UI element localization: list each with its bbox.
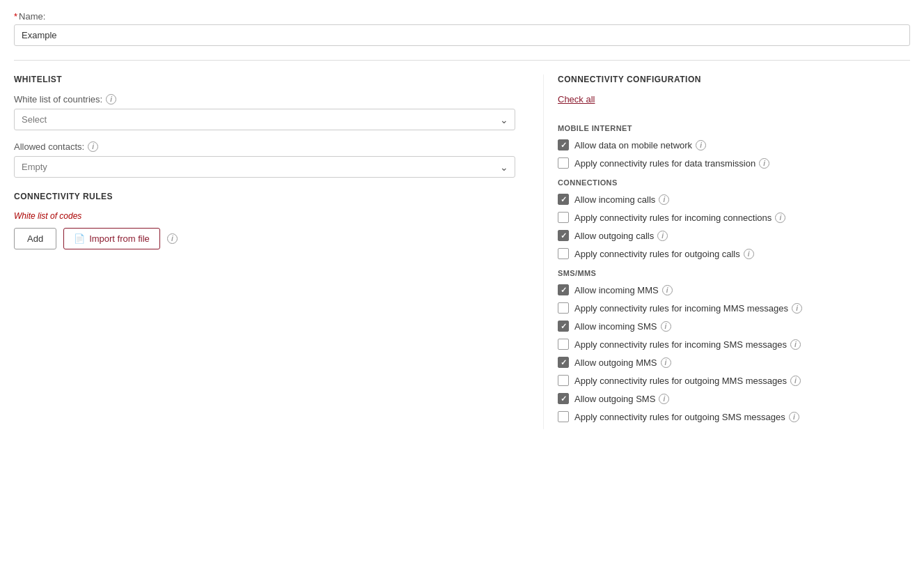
- checkbox-allow-outgoing-mms-input[interactable]: [558, 357, 569, 368]
- checkbox-allow-outgoing-calls: Allow outgoing calls i: [558, 230, 910, 241]
- left-column: WHITELIST White list of countries: i Sel…: [14, 75, 543, 429]
- apply-outgoing-sms-info-icon[interactable]: i: [789, 412, 799, 422]
- countries-info-icon[interactable]: i: [106, 94, 116, 105]
- checkbox-apply-incoming-mms-label[interactable]: Apply connectivity rules for incoming MM…: [574, 303, 802, 314]
- checkbox-allow-incoming-sms: Allow incoming SMS i: [558, 321, 910, 332]
- allow-outgoing-calls-info-icon[interactable]: i: [657, 231, 668, 241]
- checkbox-allow-incoming-calls-input[interactable]: [558, 194, 569, 205]
- connectivity-rules-title: CONNECTIVITY RULES: [14, 192, 515, 201]
- checkbox-apply-outgoing-mms-label[interactable]: Apply connectivity rules for outgoing MM…: [574, 376, 801, 386]
- checkbox-apply-outgoing-sms: Apply connectivity rules for outgoing SM…: [558, 411, 910, 422]
- contacts-select[interactable]: Empty: [14, 156, 515, 178]
- apply-data-rules-info-icon[interactable]: i: [759, 158, 769, 169]
- file-icon: 📄: [74, 233, 85, 244]
- connectivity-rules-section: CONNECTIVITY RULES White list of codes A…: [14, 192, 515, 249]
- checkbox-apply-data-rules-label[interactable]: Apply connectivity rules for data transm…: [574, 158, 769, 169]
- checkbox-allow-incoming-sms-input[interactable]: [558, 321, 569, 332]
- import-button[interactable]: 📄 Import from file: [63, 228, 160, 249]
- checkbox-apply-incoming-mms: Apply connectivity rules for incoming MM…: [558, 302, 910, 314]
- contacts-group: Allowed contacts: i Empty ⌄: [14, 141, 515, 178]
- whitelist-title: WHITELIST: [14, 75, 515, 84]
- checkbox-apply-incoming-connections-input[interactable]: [558, 212, 569, 223]
- connectivity-rules-info-icon[interactable]: i: [167, 233, 178, 244]
- checkbox-allow-data-mobile-input[interactable]: [558, 139, 569, 151]
- checkbox-apply-outgoing-mms-input[interactable]: [558, 375, 569, 386]
- name-input[interactable]: [14, 24, 910, 46]
- apply-incoming-sms-info-icon[interactable]: i: [790, 339, 801, 350]
- checkbox-apply-outgoing-sms-input[interactable]: [558, 411, 569, 422]
- checkbox-allow-incoming-mms-input[interactable]: [558, 284, 569, 295]
- checkbox-apply-outgoing-sms-label[interactable]: Apply connectivity rules for outgoing SM…: [574, 412, 799, 422]
- countries-group: White list of countries: i Select ⌄: [14, 94, 515, 130]
- checkbox-apply-incoming-sms-input[interactable]: [558, 339, 569, 350]
- connections-section: CONNECTIONS Allow incoming calls i Apply…: [558, 178, 910, 259]
- checkbox-allow-data-mobile-label[interactable]: Allow data on mobile network i: [574, 140, 706, 151]
- checkbox-apply-incoming-connections-label[interactable]: Apply connectivity rules for incoming co…: [574, 213, 785, 223]
- white-list-codes-label: White list of codes: [14, 211, 515, 221]
- checkbox-allow-outgoing-mms: Allow outgoing MMS i: [558, 357, 910, 368]
- name-label: *Name:: [14, 11, 910, 22]
- main-columns: WHITELIST White list of countries: i Sel…: [14, 75, 910, 429]
- contacts-info-icon[interactable]: i: [88, 141, 98, 152]
- checkbox-allow-incoming-mms-label[interactable]: Allow incoming MMS i: [574, 285, 673, 295]
- apply-outgoing-mms-info-icon[interactable]: i: [790, 376, 801, 386]
- checkbox-apply-incoming-sms: Apply connectivity rules for incoming SM…: [558, 339, 910, 350]
- button-row: Add 📄 Import from file i: [14, 228, 515, 249]
- countries-select[interactable]: Select: [14, 109, 515, 130]
- checkbox-apply-incoming-mms-input[interactable]: [558, 302, 569, 314]
- checkbox-apply-incoming-sms-label[interactable]: Apply connectivity rules for incoming SM…: [574, 339, 801, 350]
- checkbox-apply-outgoing-calls: Apply connectivity rules for outgoing ca…: [558, 248, 910, 259]
- checkbox-allow-incoming-calls-label[interactable]: Allow incoming calls i: [574, 194, 669, 205]
- right-column: CONNECTIVITY CONFIGURATION Check all MOB…: [543, 75, 910, 429]
- allow-incoming-sms-info-icon[interactable]: i: [661, 321, 671, 332]
- checkbox-apply-data-rules: Apply connectivity rules for data transm…: [558, 157, 910, 169]
- contacts-select-wrapper: Empty ⌄: [14, 156, 515, 178]
- checkbox-apply-data-rules-input[interactable]: [558, 157, 569, 169]
- allow-outgoing-mms-info-icon[interactable]: i: [661, 357, 671, 368]
- mobile-internet-title: MOBILE INTERNET: [558, 124, 910, 132]
- checkbox-apply-outgoing-calls-input[interactable]: [558, 248, 569, 259]
- sms-mms-section: SMS/MMS Allow incoming MMS i Apply conne…: [558, 269, 910, 422]
- checkbox-allow-incoming-mms: Allow incoming MMS i: [558, 284, 910, 295]
- checkbox-apply-outgoing-mms: Apply connectivity rules for outgoing MM…: [558, 375, 910, 386]
- checkbox-apply-outgoing-calls-label[interactable]: Apply connectivity rules for outgoing ca…: [574, 249, 754, 259]
- connectivity-config-title: CONNECTIVITY CONFIGURATION: [558, 75, 910, 84]
- checkbox-allow-outgoing-mms-label[interactable]: Allow outgoing MMS i: [574, 357, 671, 368]
- required-marker: *: [14, 11, 17, 22]
- mobile-internet-section: MOBILE INTERNET Allow data on mobile net…: [558, 124, 910, 169]
- apply-incoming-connections-info-icon[interactable]: i: [775, 213, 785, 223]
- whitelist-section: WHITELIST White list of countries: i Sel…: [14, 75, 515, 178]
- checkbox-allow-incoming-sms-label[interactable]: Allow incoming SMS i: [574, 321, 671, 332]
- checkbox-allow-outgoing-calls-label[interactable]: Allow outgoing calls i: [574, 231, 668, 241]
- checkbox-allow-outgoing-sms: Allow outgoing SMS i: [558, 393, 910, 404]
- contacts-label: Allowed contacts: i: [14, 141, 515, 152]
- apply-outgoing-calls-info-icon[interactable]: i: [744, 249, 754, 259]
- checkbox-allow-outgoing-calls-input[interactable]: [558, 230, 569, 241]
- sms-mms-title: SMS/MMS: [558, 269, 910, 277]
- allow-data-mobile-info-icon[interactable]: i: [696, 140, 706, 151]
- allow-outgoing-sms-info-icon[interactable]: i: [659, 394, 669, 404]
- section-divider: [14, 60, 910, 61]
- checkbox-apply-incoming-connections: Apply connectivity rules for incoming co…: [558, 212, 910, 223]
- apply-incoming-mms-info-icon[interactable]: i: [792, 303, 802, 314]
- checkbox-allow-outgoing-sms-label[interactable]: Allow outgoing SMS i: [574, 394, 669, 404]
- allow-incoming-mms-info-icon[interactable]: i: [662, 285, 673, 295]
- countries-select-wrapper: Select ⌄: [14, 109, 515, 130]
- allow-incoming-calls-info-icon[interactable]: i: [659, 194, 669, 205]
- name-section: *Name:: [14, 11, 910, 46]
- countries-label: White list of countries: i: [14, 94, 515, 105]
- checkbox-allow-incoming-calls: Allow incoming calls i: [558, 194, 910, 205]
- add-button[interactable]: Add: [14, 228, 56, 249]
- connections-title: CONNECTIONS: [558, 178, 910, 187]
- check-all-link[interactable]: Check all: [558, 94, 595, 105]
- checkbox-allow-data-mobile: Allow data on mobile network i: [558, 139, 910, 151]
- checkbox-allow-outgoing-sms-input[interactable]: [558, 393, 569, 404]
